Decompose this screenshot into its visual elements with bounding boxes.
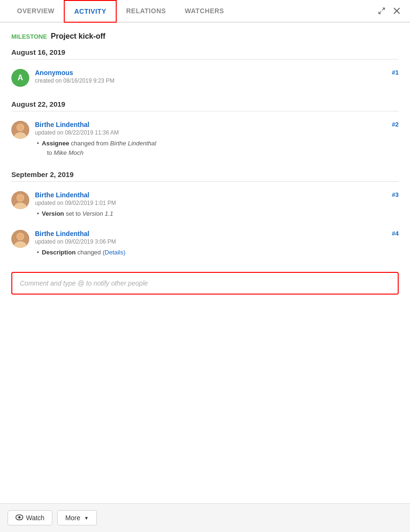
watch-button[interactable]: Watch bbox=[8, 510, 52, 525]
svg-point-11 bbox=[17, 194, 24, 201]
svg-point-17 bbox=[18, 516, 21, 519]
activity-meta-3: updated on 09/02/2019 1:01 PM bbox=[35, 200, 386, 206]
activity-meta-4: updated on 09/02/2019 3:06 PM bbox=[35, 238, 386, 245]
activity-body-3: Birthe Lindenthal updated on 09/02/2019 … bbox=[35, 191, 386, 219]
tab-bar: OVERVIEW ACTIVITY RELATIONS WATCHERS bbox=[0, 0, 410, 23]
panel: OVERVIEW ACTIVITY RELATIONS WATCHERS bbox=[0, 0, 410, 532]
more-button[interactable]: More ▼ bbox=[57, 510, 97, 525]
section-date-2: August 22, 2019 bbox=[11, 100, 399, 111]
svg-point-7 bbox=[17, 124, 24, 131]
activity-changes-2: Assignee changed from Birthe Lindenthal … bbox=[35, 139, 386, 157]
activity-number-3: #3 bbox=[392, 191, 399, 198]
author-2[interactable]: Birthe Lindenthal bbox=[35, 121, 89, 128]
comment-input-area[interactable]: Comment and type @ to notify other peopl… bbox=[11, 272, 399, 295]
milestone-title: Project kick-off bbox=[51, 32, 106, 40]
activity-number-2: #2 bbox=[392, 121, 399, 128]
footer: Watch More ▼ bbox=[0, 503, 410, 532]
change-item-3a: Version set to Version 1.1 bbox=[37, 209, 386, 219]
tab-relations[interactable]: RELATIONS bbox=[117, 0, 175, 21]
author-1[interactable]: Anonymous bbox=[35, 69, 73, 76]
avatar-2 bbox=[11, 121, 29, 139]
expand-icon[interactable] bbox=[376, 5, 387, 17]
avatar-4 bbox=[11, 230, 29, 248]
avatar-1: A bbox=[11, 69, 29, 87]
watch-label: Watch bbox=[26, 514, 44, 522]
comment-placeholder: Comment and type @ to notify other peopl… bbox=[20, 279, 148, 287]
activity-number-1: #1 bbox=[392, 69, 399, 76]
activity-changes-4: Description changed (Details) bbox=[35, 248, 386, 257]
section-date-1: August 16, 2019 bbox=[11, 48, 399, 59]
svg-point-15 bbox=[17, 233, 24, 240]
activity-meta-1: created on 08/16/2019 9:23 PM bbox=[35, 77, 386, 84]
author-3[interactable]: Birthe Lindenthal bbox=[35, 191, 89, 199]
activity-item-3: Birthe Lindenthal updated on 09/02/2019 … bbox=[11, 186, 399, 224]
activity-number-4: #4 bbox=[392, 230, 399, 237]
close-icon[interactable] bbox=[391, 5, 402, 17]
activity-item-1: A Anonymous created on 08/16/2019 9:23 P… bbox=[11, 63, 399, 93]
author-4[interactable]: Birthe Lindenthal bbox=[35, 230, 89, 237]
activity-item-2: Birthe Lindenthal updated on 08/22/2019 … bbox=[11, 115, 399, 163]
more-label: More bbox=[65, 514, 80, 522]
tab-activity[interactable]: ACTIVITY bbox=[64, 0, 117, 23]
activity-changes-3: Version set to Version 1.1 bbox=[35, 209, 386, 219]
change-item-2a: Assignee changed from Birthe Lindenthal … bbox=[37, 139, 386, 157]
tab-actions bbox=[376, 5, 402, 17]
eye-icon bbox=[16, 514, 23, 522]
milestone-header: MILESTONEProject kick-off bbox=[11, 32, 399, 41]
avatar-3 bbox=[11, 191, 29, 209]
activity-item-4: Birthe Lindenthal updated on 09/02/2019 … bbox=[11, 224, 399, 263]
activity-content: MILESTONEProject kick-off August 16, 201… bbox=[0, 23, 410, 503]
section-date-3: September 2, 2019 bbox=[11, 170, 399, 182]
activity-meta-2: updated on 08/22/2019 11:36 AM bbox=[35, 129, 386, 136]
activity-body-1: Anonymous created on 08/16/2019 9:23 PM bbox=[35, 69, 386, 84]
tab-watchers[interactable]: WATCHERS bbox=[175, 0, 233, 21]
tab-overview[interactable]: OVERVIEW bbox=[8, 0, 64, 21]
milestone-type-label: MILESTONE bbox=[11, 33, 47, 40]
dropdown-arrow-icon: ▼ bbox=[84, 515, 89, 521]
activity-body-2: Birthe Lindenthal updated on 08/22/2019 … bbox=[35, 121, 386, 157]
change-item-4a: Description changed (Details) bbox=[37, 248, 386, 257]
activity-body-4: Birthe Lindenthal updated on 09/02/2019 … bbox=[35, 230, 386, 257]
